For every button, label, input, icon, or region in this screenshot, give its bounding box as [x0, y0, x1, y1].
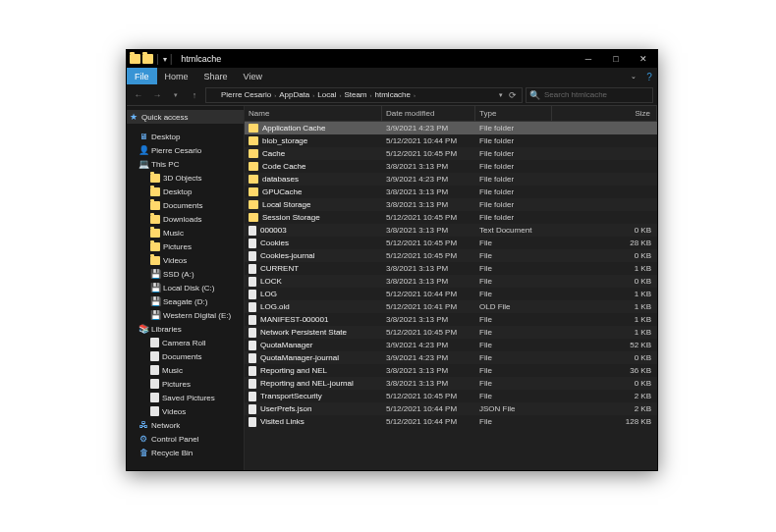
table-row[interactable]: UserPrefs.json5/12/2021 10:44 PMJSON Fil… [245, 402, 657, 415]
tree-item[interactable]: ★Quick access [127, 110, 244, 124]
folder-icon [150, 174, 160, 183]
table-row[interactable]: LOCK3/8/2021 3:13 PMFile0 KB [245, 275, 657, 288]
table-row[interactable]: LOG5/12/2021 10:44 PMFile1 KB [245, 288, 657, 300]
breadcrumb-item[interactable]: Local› [317, 90, 344, 99]
drive-icon: 💾 [150, 310, 160, 320]
tree-item[interactable]: Pictures [127, 239, 244, 253]
file-icon [249, 341, 256, 350]
header-date[interactable]: Date modified [382, 106, 475, 121]
table-row[interactable]: Local Storage3/8/2021 3:13 PMFile folder [245, 198, 657, 211]
breadcrumb-item[interactable]: AppData› [279, 90, 317, 99]
tree-item[interactable]: Videos [127, 253, 244, 267]
body: ★Quick access🖥Desktop👤Pierre Cesario💻Thi… [127, 106, 657, 470]
drive-icon: 💾 [150, 296, 160, 306]
breadcrumb-item[interactable]: Pierre Cesario› [221, 90, 279, 99]
tab-home[interactable]: Home [157, 68, 196, 84]
tab-share[interactable]: Share [196, 68, 236, 84]
table-row[interactable]: GPUCache3/8/2021 3:13 PMFile folder [245, 186, 657, 198]
tree-item[interactable]: Saved Pictures [127, 391, 244, 404]
file-icon [249, 328, 256, 338]
address-bar[interactable]: Pierre Cesario›AppData›Local›Steam›htmlc… [205, 87, 523, 103]
table-row[interactable]: Application Cache3/9/2021 4:23 PMFile fo… [245, 122, 657, 134]
up-button[interactable]: ↑ [187, 87, 202, 103]
tree-item[interactable]: 🖧Network [127, 418, 244, 432]
content-pane: Name Date modified Type Size Application… [245, 106, 657, 470]
table-row[interactable]: Cookies5/12/2021 10:45 PMFile28 KB [245, 237, 657, 249]
tree-item[interactable]: 💾SSD (A:) [127, 267, 244, 281]
file-icon [249, 404, 256, 414]
tree-item[interactable]: 3D Objects [127, 171, 244, 185]
tree-item[interactable]: 💾Western Digital (E:) [127, 308, 244, 322]
tree-item[interactable]: Documents [127, 349, 244, 363]
folder-icon [249, 175, 258, 184]
tree-item[interactable]: 👤Pierre Cesario [127, 143, 244, 157]
tab-file[interactable]: File [127, 68, 157, 84]
table-row[interactable]: Code Cache3/8/2021 3:13 PMFile folder [245, 160, 657, 173]
dropdown-icon[interactable]: ▾ [496, 91, 506, 99]
file-list[interactable]: Application Cache3/9/2021 4:23 PMFile fo… [245, 122, 657, 470]
file-icon [249, 277, 256, 287]
table-row[interactable]: databases3/9/2021 4:23 PMFile folder [245, 173, 657, 186]
header-type[interactable]: Type [475, 106, 552, 121]
down-icon[interactable]: ▾ [163, 55, 167, 64]
folder-icon [150, 187, 160, 196]
table-row[interactable]: 0000033/8/2021 3:13 PMText Document0 KB [245, 224, 657, 237]
help-icon[interactable]: ? [641, 69, 657, 84]
header-size[interactable]: Size [552, 106, 657, 121]
table-row[interactable]: Reporting and NEL3/8/2021 3:13 PMFile36 … [245, 364, 657, 377]
table-row[interactable]: Cache5/12/2021 10:45 PMFile folder [245, 147, 657, 160]
header-name[interactable]: Name [245, 106, 382, 121]
tree-item[interactable]: Videos [127, 404, 244, 418]
separator: │ [155, 54, 161, 64]
file-icon [150, 393, 159, 402]
table-row[interactable]: TransportSecurity5/12/2021 10:45 PMFile2… [245, 390, 657, 402]
refresh-icon[interactable]: ⟳ [506, 90, 520, 100]
breadcrumb-item[interactable]: Steam› [344, 90, 374, 99]
table-row[interactable]: CURRENT3/8/2021 3:13 PMFile1 KB [245, 262, 657, 275]
titlebar[interactable]: │ ▾ │ htmlcache ─ □ ✕ [127, 50, 657, 68]
tree-item[interactable]: 📚Libraries [127, 322, 244, 336]
tree-item[interactable]: Desktop [127, 185, 244, 198]
tree-item[interactable]: Music [127, 226, 244, 239]
minimize-button[interactable]: ─ [575, 50, 602, 68]
back-button[interactable]: ← [131, 87, 146, 103]
tree-item[interactable]: Pictures [127, 377, 244, 391]
tree-item[interactable]: ⚙Control Panel [127, 432, 244, 446]
table-row[interactable]: QuotaManager3/9/2021 4:23 PMFile52 KB [245, 339, 657, 351]
window-title: htmlcache [181, 54, 221, 64]
table-row[interactable]: MANIFEST-0000013/8/2021 3:13 PMFile1 KB [245, 313, 657, 326]
tree-item[interactable]: 💾Local Disk (C:) [127, 281, 244, 294]
tree-item[interactable]: 🖥Desktop [127, 130, 244, 143]
tree-item[interactable]: 💻This PC [127, 157, 244, 171]
table-row[interactable]: Network Persistent State5/12/2021 10:45 … [245, 326, 657, 339]
search-input[interactable]: 🔍 Search htmlcache [526, 87, 653, 103]
tree-item[interactable]: Documents [127, 198, 244, 212]
table-row[interactable]: Cookies-journal5/12/2021 10:45 PMFile0 K… [245, 249, 657, 262]
tree-item[interactable]: Downloads [127, 212, 244, 226]
table-row[interactable]: LOG.old5/12/2021 10:41 PMOLD File1 KB [245, 300, 657, 313]
maximize-button[interactable]: □ [602, 50, 630, 68]
breadcrumb-item[interactable]: htmlcache› [375, 90, 418, 99]
pc-icon: 💻 [139, 159, 148, 169]
breadcrumb: Pierre Cesario›AppData›Local›Steam›htmlc… [221, 90, 418, 99]
tree-item[interactable]: Music [127, 363, 244, 377]
folder-icon [208, 90, 218, 99]
tree-item[interactable]: 🗑Recycle Bin [127, 446, 244, 459]
table-row[interactable]: Session Storage5/12/2021 10:45 PMFile fo… [245, 211, 657, 224]
table-row[interactable]: Visited Links5/12/2021 10:44 PMFile128 K… [245, 415, 657, 428]
folder-icon [142, 54, 153, 64]
tree-item[interactable]: 💾Seagate (D:) [127, 294, 244, 308]
cp-icon: ⚙ [139, 434, 148, 444]
tree-item[interactable]: Camera Roll [127, 336, 244, 349]
table-row[interactable]: Reporting and NEL-journal3/8/2021 3:13 P… [245, 377, 657, 390]
tab-view[interactable]: View [236, 68, 270, 84]
recent-dropdown[interactable]: ▾ [168, 87, 184, 103]
nav-tree[interactable]: ★Quick access🖥Desktop👤Pierre Cesario💻Thi… [127, 106, 245, 470]
file-icon [249, 366, 256, 376]
close-button[interactable]: ✕ [630, 50, 657, 68]
table-row[interactable]: QuotaManager-journal3/9/2021 4:23 PMFile… [245, 351, 657, 364]
file-icon [249, 264, 256, 274]
table-row[interactable]: blob_storage5/12/2021 10:44 PMFile folde… [245, 134, 657, 147]
ribbon-chevron-icon[interactable]: ⌄ [626, 69, 641, 84]
forward-button[interactable]: → [149, 87, 165, 103]
